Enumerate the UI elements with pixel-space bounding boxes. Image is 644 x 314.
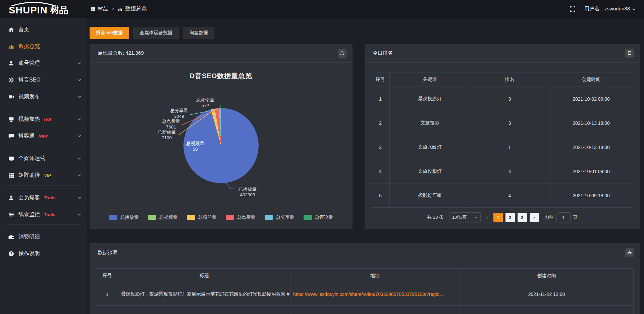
column-header: 排名	[470, 72, 549, 87]
legend-item-plays[interactable]: 总播放量	[109, 214, 139, 220]
sidebar-item-label: 消费明细	[18, 233, 40, 241]
logo: SHUPIN 树品	[9, 2, 68, 16]
sidebar-item-badge: New	[39, 134, 48, 139]
pie-legend: 总播放量 总视频量 总粉丝量 总点赞量 总分享量 总评论量	[90, 214, 353, 220]
sidebar-item-会员爆客[interactable]: 会员爆客 Tools	[0, 191, 87, 204]
chat-icon	[8, 133, 14, 139]
cell-rank: 3	[470, 111, 549, 135]
legend-item-fans[interactable]: 总粉丝量	[187, 214, 216, 220]
grid-icon	[8, 172, 14, 178]
bar-chart-icon	[8, 44, 14, 49]
table-row	[96, 306, 634, 314]
sidebar-item-label: 全媒体运营	[18, 155, 45, 162]
column-header: 地址	[290, 269, 460, 283]
tab-抖音seo数据[interactable]: 抖音seo数据	[90, 27, 129, 39]
column-header: 创建时间	[549, 72, 633, 87]
cell-time: 2021-10-09 18:00	[549, 184, 633, 208]
page-button-1[interactable]: 1	[493, 213, 503, 222]
ranking-panel: 今日排名 日 序号关键词排名创建时间 1 景观投影灯 3 2021-10-02 …	[365, 44, 640, 229]
sidebar-item-抖音SEO[interactable]: 抖音SEO	[0, 73, 87, 87]
video-link[interactable]: https://www.iesdouyin.com/share/video/70…	[293, 292, 444, 297]
sidebar-item-首页[interactable]: 首页	[0, 23, 87, 36]
top-header: SHUPIN 树品 树品 > 数据总览 用户名：zswodun88	[0, 0, 644, 18]
page-button-2[interactable]: 2	[505, 213, 515, 222]
home-icon	[8, 27, 14, 33]
page-buttons: 123	[493, 213, 527, 222]
sidebar-item-账号管理[interactable]: 账号管理	[0, 56, 87, 70]
column-header: 序号	[371, 72, 390, 87]
cell-time: 2021-10-13 18:00	[549, 111, 633, 135]
cell-index: 3	[371, 135, 390, 159]
svg-text:?: ?	[10, 252, 12, 256]
sidebar-item-矩阵助推[interactable]: 矩阵助推 VIP	[0, 168, 87, 182]
sidebar-item-label: 操作说明	[18, 250, 40, 257]
pie-label-shares: 总分享量3049	[164, 108, 194, 119]
breadcrumb-current: 数据总览	[125, 5, 147, 12]
sidebar-divider	[6, 185, 81, 186]
chevron-down-icon	[77, 196, 82, 200]
breadcrumb-root[interactable]: 树品	[98, 5, 109, 12]
app-root: SHUPIN 树品 树品 > 数据总览 用户名：zswodun88	[0, 0, 644, 314]
bar-chart-small-icon	[118, 7, 122, 11]
sidebar-item-视频加热[interactable]: 视频加热 Hot	[0, 112, 87, 126]
sidebar-item-视频发布[interactable]: 视频发布	[0, 90, 87, 103]
logo-cn-text: 树品	[50, 4, 68, 16]
legend-swatch	[226, 215, 234, 220]
sidebar-item-抖客通[interactable]: 抖客通 New	[0, 129, 87, 143]
prev-page-button[interactable]: ‹	[483, 214, 491, 221]
page-button-3[interactable]: 3	[518, 213, 527, 222]
fullscreen-icon[interactable]	[570, 6, 576, 12]
impressions-panel: 展现量总数: 421,369 总 D音SEO数据量总览 总评论量572 总分享量…	[90, 44, 353, 229]
chevron-down-icon	[77, 78, 82, 82]
sidebar-item-label: 账号管理	[18, 60, 40, 67]
ranking-panel-header: 今日排名 日	[365, 44, 640, 63]
sidebar-item-操作说明[interactable]: ? 操作说明	[0, 247, 87, 260]
goto-page-input[interactable]	[556, 212, 571, 222]
legend-item-comments[interactable]: 总评论量	[304, 214, 333, 220]
screen-icon	[8, 116, 14, 122]
help-icon: ?	[8, 251, 14, 257]
user-menu[interactable]: 用户名：zswodun88	[584, 6, 636, 12]
table-toggle-button[interactable]: 表	[625, 248, 634, 257]
sidebar-item-label: 矩阵助推	[18, 172, 40, 179]
cell-url	[290, 306, 460, 314]
cell-title	[118, 306, 290, 314]
table-row: 2 文旅投影 3 2021-10-13 18:00	[371, 111, 633, 135]
video-icon	[8, 94, 14, 100]
breadcrumb: 树品 > 数据总览	[91, 5, 147, 12]
data-tabs: 抖音seo数据全媒体运营数据询盘数据	[90, 27, 214, 39]
sidebar-item-全媒体运营[interactable]: 全媒体运营	[0, 152, 87, 165]
page-size-select[interactable]: 10条/页	[449, 212, 481, 222]
chevron-down-icon	[77, 117, 82, 121]
legend-item-likes[interactable]: 总点赞量	[226, 214, 255, 220]
cell-keyword: 景观投影灯	[390, 87, 470, 111]
pie-chart-title: D音SEO数据量总览	[90, 71, 353, 81]
legend-item-videos[interactable]: 总视频量	[148, 214, 177, 220]
sidebar-item-label: 会员爆客	[18, 194, 40, 201]
legend-item-shares[interactable]: 总分享量	[265, 214, 294, 220]
tab-全媒体运营数据[interactable]: 全媒体运营数据	[133, 27, 179, 39]
legend-swatch	[187, 215, 195, 220]
column-header: 关键词	[390, 72, 470, 87]
cell-time	[460, 306, 634, 314]
goto-label: 前往	[545, 214, 554, 220]
impressions-panel-header: 展现量总数: 421,369 总	[90, 44, 353, 63]
sidebar-item-数据总览[interactable]: 数据总览	[0, 40, 87, 53]
pagination: 共 23 条 10条/页 ‹ 123 › 前往 页	[365, 212, 640, 222]
member-icon	[8, 195, 14, 201]
sidebar-item-消费明细[interactable]: 消费明细	[0, 230, 87, 244]
table-row: 5 投影灯厂家 4 2021-10-09 18:00	[371, 184, 633, 208]
user-icon	[8, 60, 14, 66]
column-header: 序号	[96, 269, 118, 283]
total-toggle-button[interactable]: 总	[338, 49, 346, 58]
logo-text: SHUPIN	[9, 4, 48, 16]
report-panel: 数据报表 表 序号标题地址创建时间 1 景观投影灯，夜游景观投影灯厂家展示展示落…	[90, 243, 640, 314]
sidebar-divider	[6, 146, 81, 146]
sidebar-item-线索监控[interactable]: 线索监控 Tools	[0, 208, 87, 221]
username: 用户名：zswodun88	[584, 6, 630, 12]
sidebar-divider	[6, 107, 81, 107]
day-toggle-button[interactable]: 日	[625, 49, 634, 58]
tab-询盘数据[interactable]: 询盘数据	[183, 27, 214, 39]
next-page-button[interactable]: ›	[530, 213, 539, 222]
legend-swatch	[304, 215, 312, 220]
